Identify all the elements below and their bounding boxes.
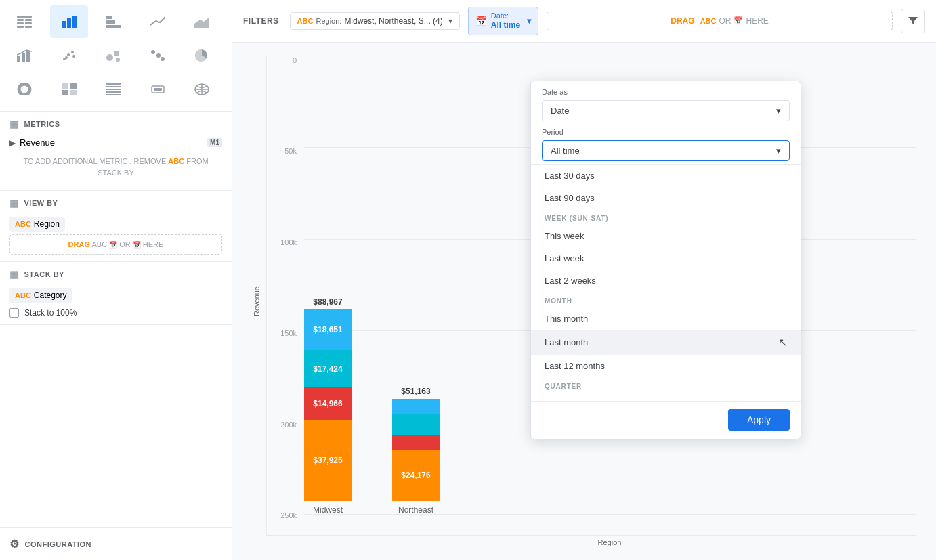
svg-point-20 [65,56,68,59]
svg-point-24 [116,58,120,62]
svg-rect-10 [106,16,112,19]
config-icon: ⚙ [9,538,20,551]
date-dropdown: Date as Date ▾ Period All time ▾ Last 30… [530,81,801,439]
date-as-label: Date as [542,88,790,96]
scatter-chart-btn[interactable] [50,39,88,72]
svg-rect-38 [106,94,121,95]
dot-chart-btn[interactable] [139,39,177,72]
revenue-metric-row[interactable]: ▶ Revenue M1 [9,135,222,150]
filter-funnel-btn[interactable] [901,9,925,33]
viewby-drag-drop[interactable]: DRAG ABC 📅 OR 📅 HERE [9,234,222,255]
stackby-icon: ▦ [9,269,19,280]
svg-point-26 [156,53,161,58]
combo-chart-btn[interactable] [5,39,43,72]
midwest-segment-orange[interactable]: $37,925 [304,420,352,501]
midwest-segment-teal[interactable]: $17,424 [304,350,352,387]
date-as-select[interactable]: Date ▾ [542,100,790,121]
scorecard-btn[interactable] [139,73,177,106]
region-filter-value: Midwest, Northeast, S... (4) [344,16,442,26]
main-area: FILTERS ABC Region: Midwest, Northeast, … [232,0,936,560]
viewby-chip[interactable]: ABC Region [9,217,65,232]
region-field-label: Region: [316,17,341,25]
date-as-section: Date as Date ▾ [531,81,801,128]
pivot-table-btn[interactable] [50,73,88,106]
svg-rect-2 [25,19,32,21]
dropdown-item-this-quarter[interactable]: This quarter [531,393,801,401]
area-chart-btn[interactable] [183,5,221,38]
bubble-chart-btn[interactable] [94,39,132,72]
period-select-box[interactable]: All time ▾ [542,140,790,161]
geo-chart-btn[interactable] [183,73,221,106]
dropdown-item-last12months[interactable]: Last 12 months [531,355,801,377]
svg-rect-15 [22,53,25,62]
midwest-segment-red[interactable]: $14,966 [304,387,352,420]
svg-point-25 [151,50,155,54]
dropdown-item-last-week[interactable]: Last week [531,247,801,270]
viewby-field-label: Region [34,219,60,229]
stackby-field-label: Category [34,290,67,300]
svg-rect-7 [62,21,66,28]
svg-rect-11 [106,20,115,24]
viewby-header: ▦ VIEW BY [9,198,222,209]
group-label-week: WEEK (SUN-SAT) [531,209,801,225]
svg-rect-6 [25,26,32,28]
cursor-icon: ↖ [778,336,787,349]
svg-rect-36 [106,89,121,90]
midwest-stacked-bar[interactable]: $37,925 $14,966 $17,424 $18,651 [304,309,352,501]
apply-button[interactable]: Apply [728,409,790,431]
northeast-segment-blue[interactable] [392,399,440,414]
stack-100-checkbox[interactable] [9,308,19,318]
toolbar: FILTERS ABC Region: Midwest, Northeast, … [232,0,936,43]
dropdown-item-last90[interactable]: Last 90 days [531,187,801,209]
svg-rect-5 [17,26,24,28]
group-label-quarter: QUARTER [531,377,801,393]
svg-rect-4 [25,22,32,24]
stack-100-label: Stack to 100% [24,308,77,318]
configuration-section[interactable]: ⚙ CONFIGURATION [0,527,232,560]
date-as-value: Date [551,106,569,116]
table-chart-btn[interactable] [5,5,43,38]
dropdown-item-this-week[interactable]: This week [531,225,801,247]
y-axis-label: Revenue [253,286,261,316]
midwest-segment-blue[interactable]: $18,651 [304,309,352,350]
config-label: CONFIGURATION [25,540,92,548]
midwest-label: Midwest [313,505,343,515]
toolbar-drag-drop[interactable]: DRAG ABC OR 📅 HERE [547,12,893,30]
metric-badge: M1 [207,138,222,147]
svg-rect-33 [70,90,77,95]
date-filter-chip[interactable]: 📅 Date: All time ▾ [468,7,538,35]
midwest-bar-group: $88,967 $37,925 $14,966 $17,424 $18,651 … [304,297,352,515]
chart-area: Revenue 250k 200k 150k 100k 50k 0 [232,43,936,560]
period-label: Period [542,128,790,136]
dropdown-item-last2weeks[interactable]: Last 2 weeks [531,270,801,292]
pie-chart-btn[interactable] [183,39,221,72]
dropdown-item-last-month[interactable]: Last month ↖ [531,330,801,355]
calendar-icon: 📅 [475,16,487,26]
bar-chart-btn[interactable] [94,5,132,38]
dropdown-item-this-month[interactable]: This month [531,307,801,330]
viewby-section: ▦ VIEW BY ABC Region DRAG ABC 📅 OR 📅 HER… [0,191,232,262]
stack-100-row[interactable]: Stack to 100% [9,308,222,318]
metrics-section: ▦ METRICS ▶ Revenue M1 TO ADD ADDITIONAL… [0,112,232,191]
flat-table-btn[interactable] [94,73,132,106]
svg-rect-0 [17,16,32,18]
northeast-segment-teal[interactable] [392,414,440,435]
northeast-stacked-bar[interactable]: $24,176 [392,399,440,501]
stackby-chip[interactable]: ABC Category [9,288,72,303]
svg-rect-37 [106,91,121,93]
svg-rect-9 [72,16,77,28]
svg-rect-14 [17,56,20,62]
svg-rect-34 [106,83,121,85]
midwest-total: $88,967 [313,297,342,307]
filters-label: FILTERS [243,16,279,26]
region-filter-chip[interactable]: ABC Region: Midwest, Northeast, S... (4)… [290,12,460,30]
northeast-segment-red[interactable] [392,435,440,450]
dropdown-item-last30[interactable]: Last 30 days [531,165,801,187]
column-chart-btn[interactable] [50,5,88,38]
viewby-icon: ▦ [9,198,19,209]
line-chart-btn[interactable] [139,5,177,38]
stackby-section: ▦ STACK BY ABC Category Stack to 100% [0,262,232,325]
northeast-segment-orange[interactable]: $24,176 [392,450,440,501]
metrics-icon: ▦ [9,119,19,129]
donut-chart-btn[interactable] [5,73,43,106]
